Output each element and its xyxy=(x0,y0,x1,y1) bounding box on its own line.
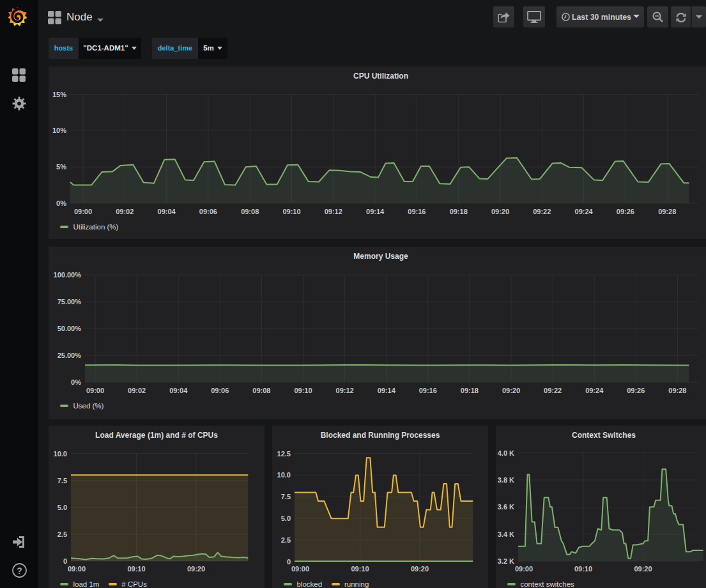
svg-text:25.00%: 25.00% xyxy=(58,352,82,359)
svg-text:7.5: 7.5 xyxy=(58,477,67,484)
svg-text:09:14: 09:14 xyxy=(378,387,396,394)
svg-text:09:14: 09:14 xyxy=(366,208,385,215)
svg-text:0%: 0% xyxy=(56,199,66,207)
svg-text:09:16: 09:16 xyxy=(419,387,437,394)
svg-text:7.5: 7.5 xyxy=(281,493,291,500)
svg-text:09:12: 09:12 xyxy=(336,387,354,394)
svg-text:09:18: 09:18 xyxy=(450,208,468,215)
svg-text:09:26: 09:26 xyxy=(617,208,634,215)
svg-text:4.0 K: 4.0 K xyxy=(498,449,514,457)
svg-text:3.8 K: 3.8 K xyxy=(498,476,514,484)
svg-text:0: 0 xyxy=(63,557,67,565)
svg-text:09:20: 09:20 xyxy=(187,565,205,573)
svg-text:09:10: 09:10 xyxy=(574,565,592,573)
svg-text:10%: 10% xyxy=(52,127,66,134)
svg-text:10.0: 10.0 xyxy=(54,450,67,458)
svg-text:09:10: 09:10 xyxy=(294,387,312,394)
svg-text:09:08: 09:08 xyxy=(241,208,259,215)
svg-text:0%: 0% xyxy=(71,378,81,386)
svg-text:09:04: 09:04 xyxy=(169,387,188,394)
svg-text:09:10: 09:10 xyxy=(351,565,369,573)
svg-text:15%: 15% xyxy=(52,91,66,98)
svg-text:2.5: 2.5 xyxy=(281,536,291,544)
svg-text:3.6 K: 3.6 K xyxy=(498,503,514,511)
svg-text:09:28: 09:28 xyxy=(658,208,676,215)
svg-text:09:26: 09:26 xyxy=(627,387,645,394)
svg-text:09:06: 09:06 xyxy=(211,387,229,394)
svg-text:09:12: 09:12 xyxy=(325,208,342,215)
svg-text:09:02: 09:02 xyxy=(128,387,146,394)
svg-text:09:24: 09:24 xyxy=(575,208,594,215)
svg-text:09:00: 09:00 xyxy=(74,208,92,215)
svg-text:5.0: 5.0 xyxy=(58,504,67,511)
svg-text:0: 0 xyxy=(287,558,291,566)
svg-text:3.2 K: 3.2 K xyxy=(498,557,514,565)
svg-text:09:22: 09:22 xyxy=(533,208,551,215)
svg-text:75.00%: 75.00% xyxy=(58,298,82,306)
svg-text:09:10: 09:10 xyxy=(282,208,300,215)
svg-text:09:02: 09:02 xyxy=(116,208,134,215)
svg-text:12.5: 12.5 xyxy=(277,450,291,458)
svg-text:3.4 K: 3.4 K xyxy=(498,530,514,538)
svg-text:50.00%: 50.00% xyxy=(58,325,82,332)
svg-text:09:00: 09:00 xyxy=(515,565,533,573)
svg-text:09:00: 09:00 xyxy=(68,565,86,573)
svg-text:09:00: 09:00 xyxy=(291,565,309,573)
svg-text:09:24: 09:24 xyxy=(585,387,604,394)
svg-text:09:00: 09:00 xyxy=(86,387,104,394)
svg-text:09:04: 09:04 xyxy=(158,208,176,215)
svg-text:09:22: 09:22 xyxy=(544,387,562,394)
svg-text:09:08: 09:08 xyxy=(252,387,270,394)
svg-text:09:20: 09:20 xyxy=(411,565,429,573)
svg-text:2.5: 2.5 xyxy=(58,530,67,538)
svg-text:5.0: 5.0 xyxy=(281,514,291,522)
svg-text:09:06: 09:06 xyxy=(199,208,217,215)
svg-text:09:20: 09:20 xyxy=(634,565,652,573)
svg-text:?: ? xyxy=(17,566,22,576)
svg-text:09:18: 09:18 xyxy=(461,387,479,394)
svg-text:10.0: 10.0 xyxy=(277,471,291,479)
svg-text:100.00%: 100.00% xyxy=(54,271,82,279)
svg-text:09:16: 09:16 xyxy=(408,208,426,215)
svg-text:09:10: 09:10 xyxy=(127,565,145,573)
svg-text:09:28: 09:28 xyxy=(668,387,686,394)
svg-text:09:20: 09:20 xyxy=(502,387,520,394)
svg-text:5%: 5% xyxy=(56,163,66,171)
svg-text:09:20: 09:20 xyxy=(491,208,509,215)
